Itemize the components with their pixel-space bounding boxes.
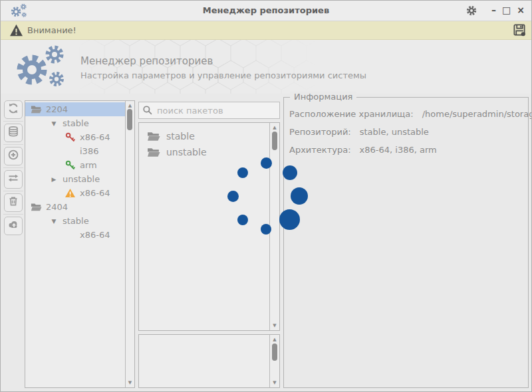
tree-row-storage-2204[interactable]: 2204: [25, 102, 125, 116]
toolbar-separator: [3, 214, 23, 215]
settings-gear-icon[interactable]: [466, 5, 477, 19]
caret-down-icon[interactable]: ▼: [50, 218, 58, 225]
tree-row-arch-x86-64-2404[interactable]: x86-64: [25, 228, 125, 242]
scrollbar-thumb[interactable]: [272, 132, 277, 150]
info-label: Репозиторий:: [289, 127, 351, 137]
spinner-dot: [261, 224, 271, 235]
save-icon[interactable]: [513, 23, 527, 40]
folder-icon: [31, 202, 42, 212]
tree-row-label: stable: [63, 216, 89, 226]
package-item-label: unstable: [166, 147, 207, 157]
tree-row-arch-i386[interactable]: i386: [25, 144, 125, 158]
tree-row-arch-arm[interactable]: arm: [25, 158, 125, 172]
cloud-upload-icon: [7, 219, 19, 233]
add-button[interactable]: [4, 147, 23, 165]
page-subtitle: Настройка параметров и управление репози…: [80, 70, 366, 80]
detail-scrollbar[interactable]: ▲ ▼: [269, 335, 279, 387]
storage-tree-panel: 2204 ▼ stable x86-64 i386: [25, 100, 135, 388]
info-label: Архитектура:: [289, 145, 351, 155]
tree-row-repo-stable-2404[interactable]: ▼ stable: [25, 214, 125, 228]
scrollbar-thumb[interactable]: [127, 109, 132, 130]
info-row-architecture: Архитектура: x86-64, i386, arm: [289, 145, 524, 163]
tree-row-label: x86-64: [80, 188, 110, 198]
trash-icon: [7, 195, 19, 210]
folder-icon: [31, 104, 42, 114]
scroll-up-arrow-icon[interactable]: ▲: [126, 102, 134, 109]
spinner-dot: [291, 187, 308, 205]
spinner-dot: [237, 215, 248, 225]
tree-row-arch-x86-64-warning[interactable]: x86-64: [25, 186, 125, 200]
title-bar: Менеджер репозиториев – □ ×: [1, 1, 531, 21]
package-item-stable[interactable]: stable: [139, 128, 269, 144]
tree-row-arch-x86-64[interactable]: x86-64: [25, 130, 125, 144]
package-detail-panel: ▲ ▼: [138, 334, 280, 388]
package-search: [138, 102, 280, 119]
caret-down-icon[interactable]: ▼: [50, 120, 58, 127]
add-icon: [7, 149, 19, 163]
app-window: Менеджер репозиториев – □ × Внимание!: [0, 0, 532, 392]
package-item-label: stable: [166, 131, 195, 142]
tree-row-label: i386: [80, 146, 98, 156]
tree-row-label: unstable: [63, 174, 100, 184]
info-label: Расположение хранилища:: [289, 109, 414, 119]
info-group: Информация Расположение хранилища: /home…: [283, 97, 529, 388]
minimize-button[interactable]: –: [491, 4, 496, 16]
database-button[interactable]: [4, 124, 23, 142]
tree-row-label: arm: [80, 160, 97, 170]
warning-message: Внимание!: [27, 25, 76, 35]
warning-icon: [65, 188, 76, 198]
spinner-dot: [237, 167, 248, 178]
tree-row-repo-unstable[interactable]: ▶ unstable: [25, 172, 125, 186]
tree-scrollbar[interactable]: ▲ ▼: [125, 101, 134, 387]
tree-row-repo-stable[interactable]: ▼ stable: [25, 116, 125, 130]
toolbar-separator: [3, 191, 23, 191]
upload-button[interactable]: [4, 217, 23, 235]
warning-triangle-icon: [9, 24, 23, 39]
window-title: Менеджер репозиториев: [1, 5, 531, 15]
spinner-dot: [283, 165, 297, 180]
info-value: x86-64, i386, arm: [360, 145, 437, 155]
app-logo-gears-icon: [9, 45, 70, 91]
caret-right-icon[interactable]: ▶: [50, 176, 58, 183]
database-icon: [7, 126, 19, 140]
spinner-dot: [227, 191, 239, 202]
scroll-up-arrow-icon[interactable]: ▲: [270, 336, 279, 343]
folder-icon: [147, 131, 160, 142]
spinner-dot: [279, 209, 300, 230]
toolbar-separator: [3, 144, 23, 145]
tree-row-label: 2204: [46, 104, 68, 114]
toolbar-separator: [3, 121, 23, 122]
toolbar-separator: [3, 167, 23, 168]
spinner-dot: [261, 157, 272, 169]
page-title: Менеджер репозиториев: [80, 55, 213, 67]
header-banner: Менеджер репозиториев Настройка параметр…: [1, 40, 531, 94]
scroll-up-arrow-icon[interactable]: ▲: [270, 124, 279, 131]
key-red-icon: [65, 132, 76, 142]
package-item-unstable[interactable]: unstable: [139, 144, 269, 160]
warning-bar: Внимание!: [1, 21, 531, 40]
search-input[interactable]: [138, 102, 280, 119]
scroll-down-arrow-icon[interactable]: ▼: [126, 379, 134, 386]
scroll-down-arrow-icon[interactable]: ▼: [270, 322, 279, 329]
info-row-repository: Репозиторий: stable, unstable: [289, 127, 524, 145]
close-button[interactable]: ×: [517, 4, 525, 16]
transfer-button[interactable]: [4, 170, 23, 189]
folder-icon: [147, 147, 160, 157]
side-toolbar: [3, 100, 23, 235]
info-value: stable, unstable: [360, 127, 429, 137]
delete-button[interactable]: [4, 193, 23, 212]
tree-row-label: stable: [63, 118, 89, 128]
tree-row-label: x86-64: [80, 132, 110, 142]
refresh-button[interactable]: [4, 100, 23, 119]
key-green-icon: [65, 160, 76, 170]
maximize-button[interactable]: □: [502, 4, 511, 16]
refresh-icon: [7, 102, 19, 117]
info-rows: Расположение хранилища: /home/superadmin…: [289, 109, 524, 163]
package-list-panel: stable unstable ▲ ▼: [138, 122, 280, 331]
scroll-down-arrow-icon[interactable]: ▼: [270, 379, 279, 386]
info-legend: Информация: [290, 92, 356, 102]
window-controls: – □ ×: [491, 4, 525, 16]
info-row-storage-path: Расположение хранилища: /home/superadmin…: [289, 109, 524, 127]
tree-row-storage-2404[interactable]: 2404: [25, 200, 125, 214]
scrollbar-thumb[interactable]: [272, 343, 277, 361]
